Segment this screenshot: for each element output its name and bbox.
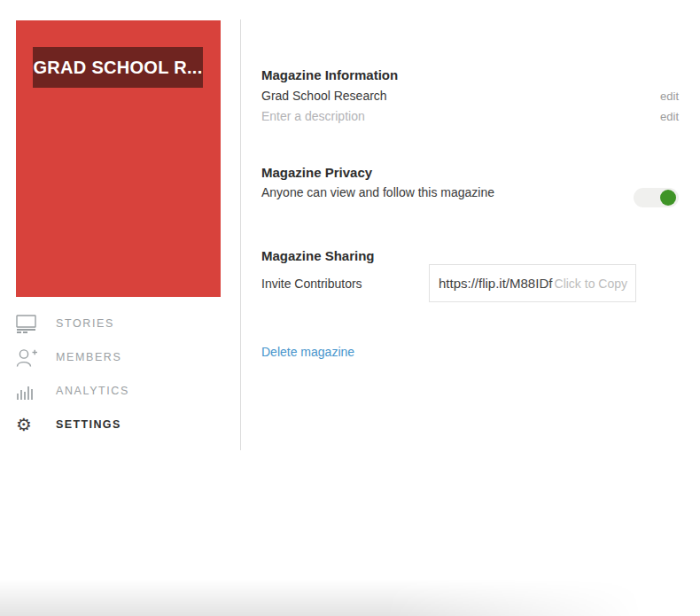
invite-contributors-label: Invite Contributors [261,277,362,291]
sidebar-item-settings[interactable]: ⚙ SETTINGS [16,408,224,441]
magazine-privacy-heading: Magazine Privacy [261,165,372,180]
magazine-cover-title: GRAD SCHOOL R... [33,47,203,88]
magazine-sharing-heading: Magazine Sharing [261,248,375,263]
members-icon [16,348,39,367]
magazine-title-row: Grad School Research edit [261,89,679,103]
magazine-description-row: Enter a description edit [261,109,679,123]
stories-icon [16,315,39,333]
edit-title-button[interactable]: edit [660,90,679,103]
analytics-icon [16,382,39,400]
magazine-information-heading: Magazine Information [261,67,398,82]
settings-panel: Magazine Information Grad School Researc… [261,0,679,470]
magazine-sidebar: STORIES MEMBERS ANALYTICS ⚙ [16,307,224,441]
delete-magazine-link[interactable]: Delete magazine [261,345,354,359]
privacy-toggle[interactable] [634,188,679,207]
vertical-divider [240,19,241,450]
edit-description-button[interactable]: edit [660,110,679,123]
sidebar-item-label: SETTINGS [56,418,121,431]
invite-url: https://flip.it/M88IDf [439,276,552,291]
magazine-title-value: Grad School Research [261,89,387,103]
magazine-description-placeholder: Enter a description [261,109,365,123]
invite-link-box[interactable]: https://flip.it/M88IDf Click to Copy [429,264,636,302]
sidebar-item-analytics[interactable]: ANALYTICS [16,374,224,408]
bottom-shadow-gradient [0,579,700,616]
settings-icon: ⚙ [16,416,39,433]
magazine-cover: GRAD SCHOOL R... [16,20,221,297]
toggle-knob [660,190,676,206]
privacy-description: Anyone can view and follow this magazine [261,185,494,199]
sidebar-item-stories[interactable]: STORIES [16,307,224,340]
sidebar-item-label: MEMBERS [56,351,121,363]
copy-hint: Click to Copy [555,277,627,291]
sidebar-item-members[interactable]: MEMBERS [16,340,224,374]
sidebar-item-label: ANALYTICS [56,385,129,397]
sidebar-item-label: STORIES [56,317,114,330]
